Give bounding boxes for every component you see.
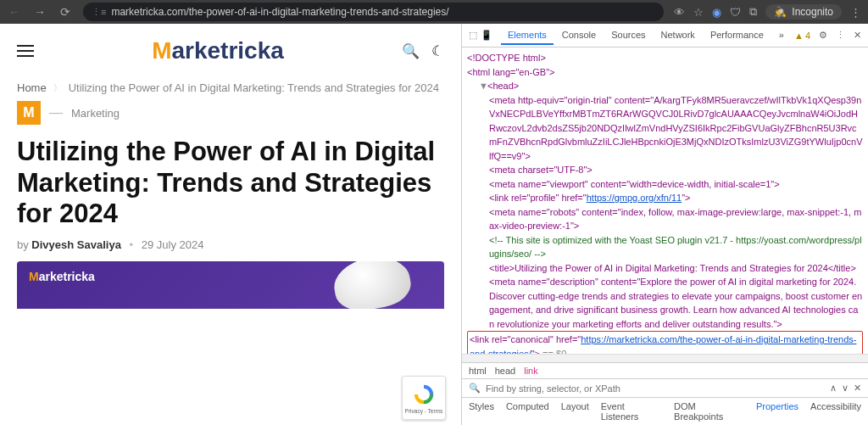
back-button[interactable]: ←: [7, 4, 22, 20]
settings-icon[interactable]: ⚙: [819, 30, 827, 41]
elements-tree[interactable]: <!DOCTYPE html> <html lang="en-GB"> ▼<he…: [462, 48, 868, 354]
code-line[interactable]: <meta name="description" content="Explor…: [467, 275, 863, 331]
tab-layout[interactable]: Layout: [561, 401, 589, 422]
byline: by Divyesh Savaliya • 29 July 2024: [0, 238, 461, 261]
next-match-icon[interactable]: ∨: [842, 383, 849, 394]
tab-sources[interactable]: Sources: [604, 26, 652, 45]
code-line[interactable]: <link rel="profile" href="https://gmpg.o…: [467, 191, 863, 205]
author-link[interactable]: Divyesh Savaliya: [31, 238, 121, 251]
search-input[interactable]: [486, 383, 825, 394]
tab-elements[interactable]: Elements: [501, 26, 554, 45]
bookmark-icon[interactable]: ☆: [693, 6, 704, 19]
horizontal-scrollbar[interactable]: [462, 354, 868, 362]
tab-properties[interactable]: Properties: [756, 401, 798, 422]
crumb-html[interactable]: html: [469, 366, 487, 376]
device-icon[interactable]: 📱: [481, 30, 492, 41]
close-icon[interactable]: ✕: [854, 30, 861, 41]
menu-icon[interactable]: ⋮: [850, 6, 861, 19]
tab-console[interactable]: Console: [555, 26, 603, 45]
incognito-icon: 🕵: [774, 6, 787, 18]
incognito-badge: 🕵 Incognito: [765, 4, 842, 20]
search-bar: 🔍 ∧ ∨ ✕: [462, 378, 868, 397]
forward-button[interactable]: →: [32, 4, 47, 20]
chevron-right-icon: 〉: [53, 82, 62, 94]
url-text: marketricka.com/the-power-of-ai-in-digit…: [111, 6, 448, 18]
code-line[interactable]: <!DOCTYPE html>: [467, 51, 863, 65]
breadcrumb-current: Utilizing the Power of AI in Digital Mar…: [69, 81, 439, 94]
breadcrumb: Home 〉 Utilizing the Power of AI in Digi…: [0, 78, 461, 101]
tab-styles[interactable]: Styles: [469, 401, 494, 422]
code-line[interactable]: <meta name="viewport" content="width=dev…: [467, 177, 863, 192]
code-line[interactable]: <meta name="robots" content="index, foll…: [467, 205, 863, 233]
page-content: Marketricka 🔍 ☾ Home 〉 Utilizing the Pow…: [0, 24, 461, 425]
screenshot-icon[interactable]: ⧉: [749, 5, 757, 19]
shield-icon[interactable]: 🛡: [730, 6, 741, 19]
tab-computed[interactable]: Computed: [506, 401, 549, 422]
styles-tabs: Styles Computed Layout Event Listeners D…: [462, 397, 868, 425]
code-line[interactable]: <!-- This site is optimized with the Yoa…: [467, 233, 863, 261]
more-icon[interactable]: ⋮: [836, 30, 845, 41]
tab-dom-breakpoints[interactable]: DOM Breakpoints: [674, 401, 744, 422]
reload-button[interactable]: ⟳: [58, 4, 73, 20]
tab-network[interactable]: Network: [654, 26, 702, 45]
code-line[interactable]: <meta charset="UTF-8">: [467, 163, 863, 177]
search-icon: 🔍: [469, 383, 481, 394]
category-name[interactable]: Marketing: [71, 107, 120, 120]
recaptcha-badge[interactable]: Privacy - Terms: [402, 376, 446, 420]
dark-mode-icon[interactable]: ☾: [431, 42, 444, 60]
page-title: Utilizing the Power of AI in Digital Mar…: [0, 125, 461, 238]
code-line[interactable]: ▼<head>: [467, 79, 863, 93]
warnings-badge[interactable]: ▲4: [794, 31, 810, 41]
robot-graphic: [330, 261, 414, 309]
dom-breadcrumb: html head link: [462, 362, 868, 378]
inspect-icon[interactable]: ⬚: [469, 30, 477, 41]
cancel-search-icon[interactable]: ✕: [854, 383, 861, 394]
selected-element[interactable]: <link rel="canonical" href="https://mark…: [467, 331, 863, 354]
menu-toggle[interactable]: [17, 42, 34, 60]
eye-off-icon[interactable]: 👁: [674, 6, 685, 19]
hero-image: Marketricka: [17, 261, 444, 309]
breadcrumb-home[interactable]: Home: [17, 81, 47, 94]
prev-match-icon[interactable]: ∧: [830, 383, 837, 394]
tab-accessibility[interactable]: Accessibility: [810, 401, 861, 422]
tab-performance[interactable]: Performance: [704, 26, 771, 45]
browser-toolbar: ← → ⟳ ⋮≡ marketricka.com/the-power-of-ai…: [0, 0, 868, 24]
category-badge[interactable]: M: [17, 101, 41, 125]
crumb-head[interactable]: head: [495, 366, 515, 376]
publish-date: 29 July 2024: [142, 238, 204, 251]
tab-more[interactable]: »: [772, 26, 791, 45]
code-line[interactable]: <html lang="en-GB">: [467, 65, 863, 80]
crumb-link[interactable]: link: [524, 366, 538, 376]
code-line[interactable]: <title>Utilizing the Power of AI in Digi…: [467, 261, 863, 276]
devtools-toolbar: ⬚ 📱 Elements Console Sources Network Per…: [462, 24, 868, 48]
site-logo[interactable]: Marketricka: [152, 37, 284, 64]
address-bar[interactable]: ⋮≡ marketricka.com/the-power-of-ai-in-di…: [83, 3, 664, 21]
site-info-icon[interactable]: ⋮≡: [92, 7, 106, 18]
tab-event-listeners[interactable]: Event Listeners: [601, 401, 662, 422]
code-line[interactable]: <meta http-equiv="origin-trial" content=…: [467, 93, 863, 164]
extension-icon[interactable]: ◉: [712, 6, 721, 19]
search-icon[interactable]: 🔍: [402, 42, 420, 60]
devtools-panel: ⬚ 📱 Elements Console Sources Network Per…: [461, 24, 868, 425]
